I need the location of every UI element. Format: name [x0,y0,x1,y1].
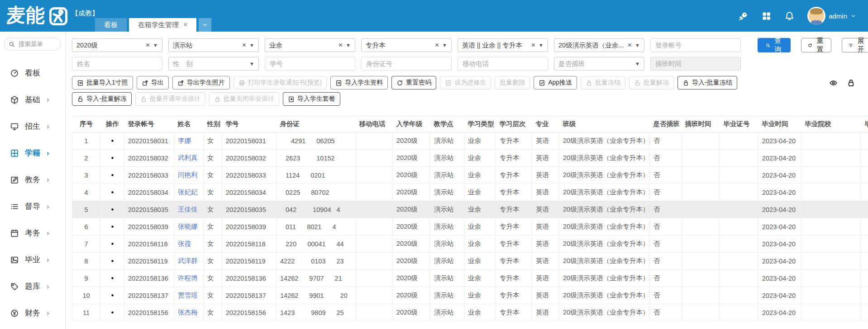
gear-icon[interactable] [109,291,116,299]
tab-dashboard[interactable]: 看板 [95,18,127,32]
lock-columns-icon[interactable] [847,79,855,87]
clear-icon[interactable]: × [531,42,535,49]
student-name-link[interactable]: 闫艳利 [178,171,198,179]
tab-enrolled-students[interactable]: 在籍学生管理 × [129,18,196,32]
cell-study-type: 业余 [464,167,496,184]
sidebar-item-foundation[interactable]: 基础› [0,86,65,113]
gear-icon[interactable] [109,137,116,145]
gear-icon[interactable] [109,309,116,316]
gear-icon[interactable] [109,154,116,162]
gear-icon[interactable] [109,171,116,179]
gear-icon[interactable] [109,274,116,282]
sidebar-search[interactable] [4,38,61,51]
column-visibility-eye-icon[interactable] [829,79,838,87]
filter-level-select[interactable]: 专升本 × ▼ [361,38,452,52]
student-name-link[interactable]: 武利真 [178,154,198,161]
filter-student-no-input[interactable] [265,57,355,70]
import-student-info-button[interactable]: 导入学生资料 [330,76,388,89]
student-name-link[interactable]: 张霞 [178,240,191,247]
app-push-button[interactable]: App推送 [534,76,577,89]
clear-icon[interactable]: × [242,42,246,49]
close-icon[interactable]: × [183,21,187,28]
filter-site-select[interactable]: 演示站 × ▼ [168,38,259,52]
filter-gender-select[interactable]: 性 别 ▼ [168,57,259,70]
filter-insert-time-input[interactable] [650,57,741,70]
id-visible-segment: 2623 [286,155,300,162]
select-value: 是否插班 [558,60,635,68]
gear-icon[interactable] [109,240,116,248]
query-button[interactable]: 查询 [758,38,791,52]
cell-account: 20220158137 [124,287,174,304]
sidebar-item-question-bank[interactable]: 题库› [0,273,65,300]
students-table-wrap: 序号操作登录帐号姓名性别学号身份证移动电话入学年级教学点学习类型学习层次专业班级… [72,116,868,321]
cell-student-no: 20220158033 [222,167,277,184]
cell-major: 英语 [532,253,559,270]
student-name-link[interactable]: 张杰梅 [178,309,198,316]
clear-icon[interactable]: × [628,42,632,49]
id-visible-segment: 25 [337,309,344,316]
sidebar-item-student-roll[interactable]: 学籍› [0,140,65,166]
filter-name-input[interactable] [72,57,162,70]
table-row: 220220158032武利真女202201580322623101522020… [72,150,868,167]
gear-icon[interactable] [109,257,116,265]
select-value: 演示站 [173,41,240,50]
apps-grid-icon[interactable] [761,11,772,21]
gear-icon[interactable] [109,188,116,196]
cell-grad-major [861,253,868,270]
import-batch-unfreeze-button[interactable]: 导入-批量解冻 [72,92,132,106]
finance-icon [10,309,19,318]
cell-grade: 2020级 [393,235,430,253]
sidebar-item-exam-affairs[interactable]: 考务› [0,220,65,246]
cell-actions [100,167,124,184]
filter-id-card-input[interactable] [361,57,452,70]
login-account-input[interactable] [650,38,741,52]
sidebar-search-input[interactable] [18,40,57,48]
rocket-icon[interactable] [738,11,749,21]
import-batch-freeze-button[interactable]: 导入-批量冻结 [677,76,737,89]
gear-icon[interactable] [109,206,116,213]
batch-import-photo-button[interactable]: 批量导入1寸照 [72,76,133,89]
student-name-link[interactable]: 李娜 [178,137,191,144]
export-student-photos-button[interactable]: 导出学生照片 [172,76,230,89]
filter-mobile-input[interactable] [458,57,548,70]
bell-icon[interactable] [784,11,795,21]
filter-grade-select[interactable]: 2020级 × ▼ [72,38,162,52]
student-name-link[interactable]: 贾雪瑶 [178,291,198,299]
sidebar-item-dashboard[interactable]: 看板 [0,60,65,86]
cell-cert-no [720,304,758,321]
filter-insert-class-select[interactable]: 是否插班 ▼ [554,57,644,70]
cell-actions [100,184,124,201]
unlock-icon [77,96,84,103]
filter-study-type-select[interactable]: 业余 × ▼ [265,38,355,52]
student-name-link[interactable]: 张妃妃 [178,188,198,196]
cell-class: 20级演示英语（业余专升本）班 [559,132,650,150]
sidebar-item-finance[interactable]: 财务› [0,300,65,326]
sidebar-item-graduation[interactable]: 毕业› [0,246,65,273]
reset-password-button[interactable]: 重置密码 [391,76,436,89]
id-redacted-segment [321,229,332,229]
export-button[interactable]: 导出 [137,76,169,89]
gear-icon[interactable] [109,223,116,230]
tab-dropdown-button[interactable] [199,18,211,32]
student-name-link[interactable]: 许程博 [178,274,198,282]
filter-class-select[interactable]: 20级演示英语（业余... × ▼ [554,38,644,52]
clear-icon[interactable]: × [146,42,150,49]
student-name-link[interactable]: 武泽群 [178,257,198,264]
sidebar-item-academic-affairs[interactable]: 教务› [0,166,65,193]
import-student-package-button[interactable]: 导入学生套餐 [283,92,340,106]
expand-button[interactable]: 展开 [842,38,868,52]
student-name-link[interactable]: 张晓娜 [178,223,198,230]
filter-major-combo-select[interactable]: 英语 || 业余 || 专升本 × ▼ [458,38,548,52]
sidebar-item-supervision[interactable]: 督导› [0,193,65,220]
table-row: 720220158118张霞女2022015811822000041442020… [72,235,868,253]
cell-grade: 2020级 [393,167,430,184]
clear-icon[interactable]: × [339,42,343,49]
cell-account: 20220158031 [124,132,174,150]
main-content: 2020级 × ▼演示站 × ▼业余 × ▼专升本 × ▼英语 || 业余 ||… [66,32,868,329]
sidebar-item-enrollment[interactable]: 招生› [0,113,65,140]
student-name-link[interactable]: 王佳佳 [178,206,198,213]
cell-name: 许程博 [174,270,204,287]
clear-icon[interactable]: × [435,42,439,49]
user-menu[interactable]: admin [807,7,856,25]
reset-button[interactable]: 重置 [801,38,831,52]
